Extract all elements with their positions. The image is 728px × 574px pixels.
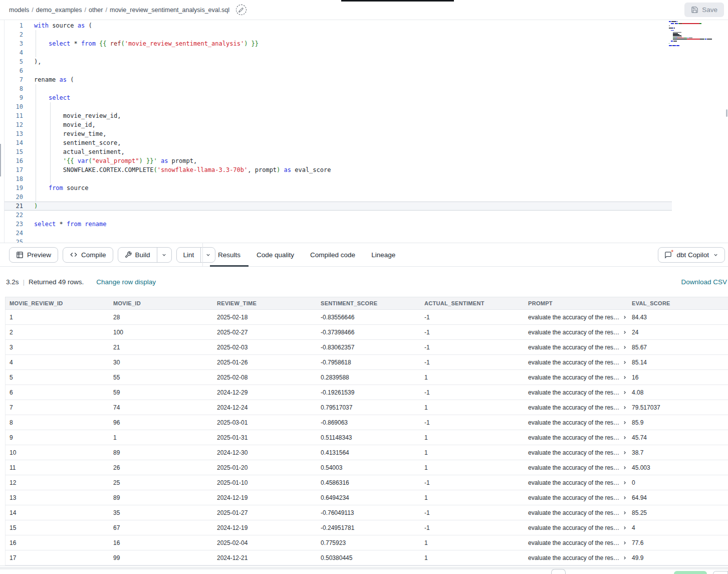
left-scroll-indicator[interactable] [0, 144, 1, 176]
table-row: 16162025-02-040.7759231evaluate the accu… [5, 535, 728, 550]
table-cell: 7 [6, 404, 109, 411]
cutoff-green-pill[interactable] [674, 571, 707, 574]
dbt-copilot-button[interactable]: ✦ dbt Copilot [658, 247, 725, 263]
prompt-expand-chevron-icon[interactable] [622, 465, 627, 470]
prompt-expand-chevron-icon[interactable] [622, 375, 627, 380]
code-line[interactable]: 2 [5, 30, 672, 39]
code-line[interactable]: 12 movie_id, [5, 120, 672, 129]
code-line[interactable]: 20 [5, 193, 672, 202]
build-button[interactable]: Build [118, 248, 157, 262]
code-text: from source [23, 183, 88, 193]
download-csv-link[interactable]: Download CSV [681, 278, 727, 286]
table-cell: 99 [109, 554, 213, 561]
cutoff-right-button[interactable] [713, 571, 728, 574]
prompt-expand-chevron-icon[interactable] [622, 345, 627, 350]
sparkle-icon: ✦ [670, 249, 674, 254]
lint-button[interactable]: Lint [177, 248, 201, 262]
breadcrumb-filename[interactable]: movie_review_sentiment_analysis_eval.sql [110, 7, 229, 14]
code-line[interactable]: 1with source as ( [5, 21, 672, 30]
table-cell: 2024-12-21 [213, 554, 317, 561]
prompt-expand-chevron-icon[interactable] [622, 495, 627, 500]
breadcrumb-models[interactable]: models [9, 7, 29, 14]
line-number: 15 [5, 147, 23, 156]
table-row: 14352025-01-27-0.76049113-1evaluate the … [5, 505, 728, 520]
code-line[interactable]: 16 '{{ var("eval_prompt") }}' as prompt, [5, 156, 672, 165]
table-cell: -0.83062357 [317, 344, 420, 351]
table-cell: 1 [420, 554, 524, 561]
line-number: 24 [5, 229, 23, 238]
table-row: 13892024-12-190.64942341evaluate the acc… [5, 490, 728, 505]
code-line[interactable]: 21) [5, 202, 672, 211]
code-text: with source as ( [23, 21, 92, 30]
editor-scrollbar-thumb[interactable] [726, 109, 727, 117]
table-row: 3212025-02-03-0.83062357-1evaluate the a… [5, 340, 728, 355]
save-button[interactable]: Save [684, 3, 724, 17]
table-cell: -0.24951781 [317, 524, 420, 531]
sql-code-editor[interactable]: 1with source as (23 select * from {{ ref… [0, 20, 728, 243]
code-line[interactable]: 19 from source [5, 183, 672, 193]
code-line[interactable]: 25 [5, 238, 672, 243]
code-line[interactable]: 23select * from rename [5, 220, 672, 229]
code-text [23, 211, 34, 220]
edit-file-icon[interactable] [236, 5, 247, 15]
line-number: 4 [5, 48, 23, 57]
tab-compiled-code[interactable]: Compiled code [302, 243, 363, 267]
prompt-expand-chevron-icon[interactable] [622, 315, 627, 320]
code-line[interactable]: 4 [5, 48, 672, 57]
change-row-display-link[interactable]: Change row display [96, 278, 156, 286]
prompt-expand-chevron-icon[interactable] [622, 405, 627, 410]
prompt-expand-chevron-icon[interactable] [622, 510, 627, 515]
prompt-expand-chevron-icon[interactable] [622, 435, 627, 440]
prompt-expand-chevron-icon[interactable] [622, 450, 627, 455]
breadcrumb-demo-examples[interactable]: demo_examples [36, 7, 82, 14]
table-cell: 55 [109, 374, 213, 381]
code-line[interactable]: 3 select * from {{ ref('movie_review_sen… [5, 39, 672, 48]
cutoff-button[interactable] [551, 569, 566, 574]
prompt-text: evaluate the accuracy of the res… [528, 404, 619, 411]
prompt-text: evaluate the accuracy of the res… [528, 494, 619, 501]
prompt-expand-chevron-icon[interactable] [622, 420, 627, 425]
code-line[interactable]: 9 select [5, 93, 672, 102]
code-line[interactable]: 18 [5, 174, 672, 183]
breadcrumb-separator: / [85, 7, 86, 14]
table-cell: 16 [6, 539, 109, 546]
tab-lineage[interactable]: Lineage [363, 243, 403, 267]
code-line[interactable]: 6 [5, 66, 672, 75]
code-line[interactable]: 11 movie_review_id, [5, 111, 672, 120]
preview-button[interactable]: Preview [9, 247, 58, 263]
table-cell: -1 [420, 359, 524, 366]
code-line[interactable]: 10 [5, 102, 672, 111]
build-split-button: Build [118, 247, 172, 263]
prompt-expand-chevron-icon[interactable] [622, 480, 627, 485]
prompt-expand-chevron-icon[interactable] [622, 525, 627, 530]
prompt-expand-chevron-icon[interactable] [622, 360, 627, 365]
tab-results[interactable]: Results [210, 243, 249, 267]
table-cell: -1 [420, 314, 524, 321]
code-line[interactable]: 13 review_time, [5, 129, 672, 138]
code-line[interactable]: 15 actual_sentiment, [5, 147, 672, 156]
code-line[interactable]: 22 [5, 211, 672, 220]
compile-button[interactable]: Compile [63, 247, 113, 263]
eval-score-cell: 24 [628, 329, 728, 336]
prompt-expand-chevron-icon[interactable] [622, 330, 627, 335]
table-cell: 11 [6, 464, 109, 471]
code-line[interactable]: 14 sentiment_score, [5, 138, 672, 147]
code-line[interactable]: 24 [5, 229, 672, 238]
prompt-expand-chevron-icon[interactable] [622, 555, 627, 560]
prompt-expand-chevron-icon[interactable] [622, 390, 627, 395]
build-dropdown-chevron[interactable] [157, 248, 171, 262]
horizontal-scrollbar[interactable] [0, 567, 728, 569]
code-line[interactable]: 8 [5, 84, 672, 93]
minimap[interactable] [669, 21, 725, 49]
code-line[interactable]: 5), [5, 57, 672, 66]
table-cell: 1 [420, 374, 524, 381]
code-line[interactable]: 17 SNOWFLAKE.CORTEX.COMPLETE('snowflake-… [5, 165, 672, 174]
line-number: 18 [5, 174, 23, 183]
breadcrumb-other[interactable]: other [89, 7, 103, 14]
code-line[interactable]: 7rename as ( [5, 75, 672, 84]
tab-code-quality[interactable]: Code quality [249, 243, 302, 267]
line-number: 9 [5, 93, 23, 102]
breadcrumb-separator: / [32, 7, 33, 14]
prompt-expand-chevron-icon[interactable] [622, 540, 627, 545]
table-cell: -1 [420, 524, 524, 531]
